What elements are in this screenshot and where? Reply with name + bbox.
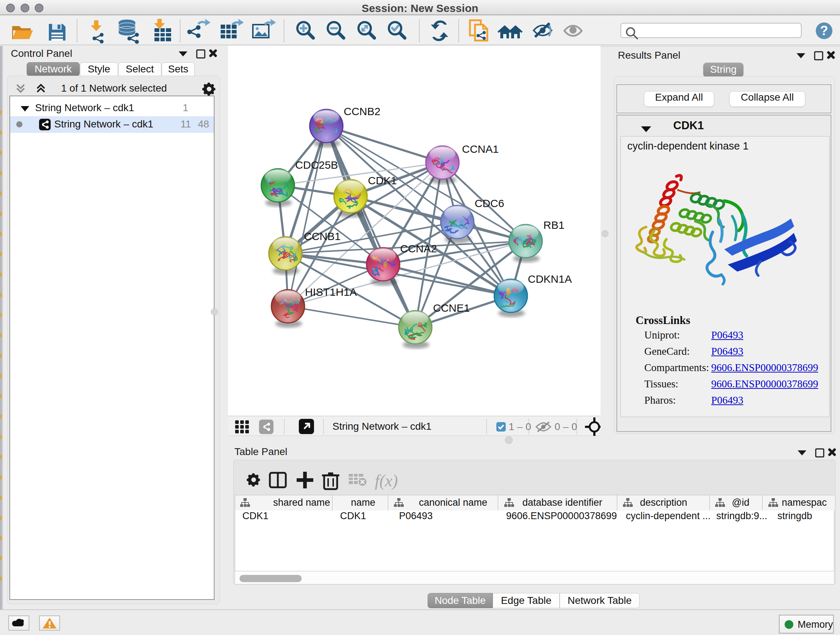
svg-text:CCNA2: CCNA2 (400, 242, 437, 255)
svg-text:CDK1: CDK1 (368, 174, 397, 187)
svg-text:CDC25B: CDC25B (295, 159, 338, 171)
svg-text:HIST1H1A: HIST1H1A (305, 286, 357, 298)
svg-text:CCNB2: CCNB2 (344, 105, 381, 117)
svg-text:CCNB1: CCNB1 (304, 230, 341, 242)
svg-text:RB1: RB1 (543, 219, 564, 231)
svg-text:CCNE1: CCNE1 (433, 302, 470, 314)
svg-text:CCNA1: CCNA1 (462, 143, 499, 155)
svg-text:CDC6: CDC6 (475, 197, 504, 209)
svg-text:CDKN1A: CDKN1A (528, 273, 572, 285)
svg-text:f(x): f(x) (375, 471, 398, 490)
